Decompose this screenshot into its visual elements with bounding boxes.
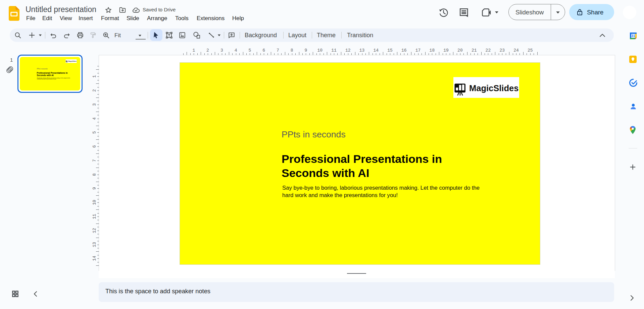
svg-text:31: 31 [631, 34, 635, 38]
